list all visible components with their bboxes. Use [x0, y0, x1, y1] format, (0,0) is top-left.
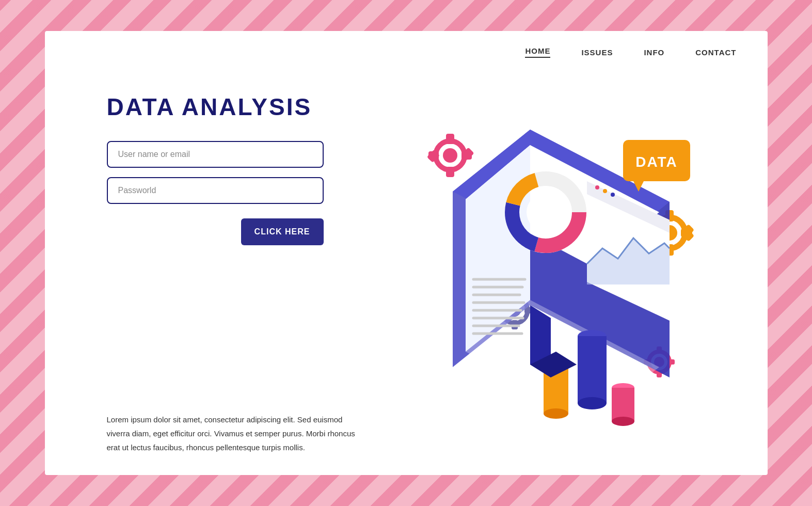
page-title: DATA ANALYSIS	[107, 94, 365, 120]
svg-rect-1	[446, 134, 454, 144]
svg-point-40	[527, 193, 565, 231]
click-here-button[interactable]: CLICK HERE	[241, 218, 324, 245]
svg-rect-2	[446, 167, 454, 177]
svg-point-59	[578, 397, 607, 409]
left-panel: DATA ANALYSIS CLICK HERE Lorem ipsum dol…	[107, 73, 365, 454]
data-analysis-illustration: DATA	[370, 88, 721, 439]
nav-issues[interactable]: ISSUES	[581, 48, 613, 57]
nav-info[interactable]: INFO	[644, 48, 664, 57]
svg-text:DATA: DATA	[635, 154, 678, 170]
username-input[interactable]	[107, 141, 324, 168]
svg-rect-64	[612, 388, 634, 421]
content-area: DATA ANALYSIS CLICK HERE Lorem ipsum dol…	[45, 63, 768, 475]
svg-point-62	[544, 408, 568, 419]
main-card: HOME ISSUES INFO CONTACT DATA ANALYSIS C…	[45, 31, 768, 475]
svg-point-51	[595, 185, 599, 189]
svg-point-65	[612, 417, 634, 426]
nav-home[interactable]: HOME	[525, 46, 550, 58]
svg-point-7	[443, 148, 457, 163]
svg-rect-58	[578, 336, 607, 403]
navigation: HOME ISSUES INFO CONTACT	[45, 31, 768, 63]
password-input[interactable]	[107, 177, 324, 204]
nav-contact[interactable]: CONTACT	[695, 48, 736, 57]
description-text: Lorem ipsum dolor sit amet, consectetur …	[107, 402, 365, 454]
illustration-area: DATA	[365, 73, 726, 454]
svg-point-53	[611, 193, 615, 197]
svg-point-52	[603, 189, 607, 193]
